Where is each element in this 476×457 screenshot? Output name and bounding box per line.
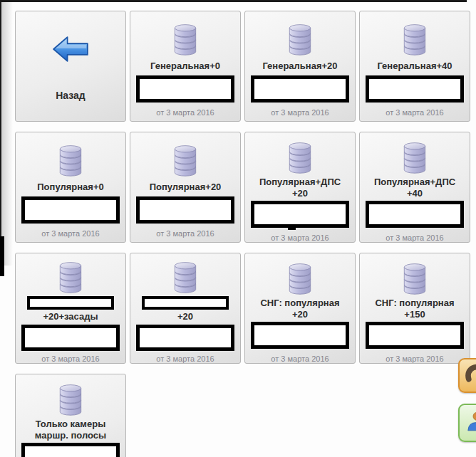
tile-date: от 3 марта 2016 xyxy=(156,229,214,238)
tile-label: Генеральная+20 xyxy=(262,61,337,72)
contact-button[interactable] xyxy=(458,404,476,442)
database-icon-svg xyxy=(398,21,431,56)
tile-label: +20 xyxy=(177,311,193,322)
tile-label: Популярная+20 xyxy=(150,182,222,193)
redaction-box xyxy=(251,75,349,103)
database-icon xyxy=(169,21,202,56)
db-tile[interactable]: СНГ: популярная+20от 3 марта 2016 xyxy=(244,253,356,364)
database-icon-svg xyxy=(54,142,87,177)
tile-date: от 3 марта 2016 xyxy=(271,108,328,117)
tile-date: от 3 марта 2016 xyxy=(271,233,328,242)
redaction-box xyxy=(21,325,120,351)
db-tile[interactable]: Популярная+ДПС+20от 3 марта 2016 xyxy=(244,132,356,243)
tile-label-line2: +150 xyxy=(404,309,425,320)
tile-label-wrap: Популярная+20 xyxy=(150,179,222,195)
database-icon xyxy=(284,21,316,56)
phone-button[interactable] xyxy=(458,358,476,393)
tile-label-line2: +40 xyxy=(407,188,423,199)
tile-label-wrap: +20+засады xyxy=(43,310,98,323)
tile-date: от 3 марта 2016 xyxy=(41,229,99,238)
redaction-strip xyxy=(142,296,229,310)
tile-date: от 3 марта 2016 xyxy=(386,354,443,363)
left-edge-shadow xyxy=(1,2,13,266)
tile-label: Популярная+0 xyxy=(37,182,103,193)
database-icon xyxy=(169,261,202,292)
database-icon xyxy=(54,261,87,292)
redaction-box xyxy=(136,325,234,351)
tile-date: от 3 марта 2016 xyxy=(386,233,443,242)
redaction-box xyxy=(21,443,120,457)
database-icon xyxy=(169,142,202,177)
db-tile[interactable]: Популярная+20от 3 марта 2016 xyxy=(130,132,241,243)
db-tile[interactable]: СНГ: популярная+150от 3 марта 2016 xyxy=(359,253,470,364)
tile-label-line2: +20 xyxy=(292,309,308,320)
redaction-box xyxy=(366,75,464,103)
back-arrow-icon-svg xyxy=(50,33,91,65)
tile-label-wrap: Популярная+ДПС+40 xyxy=(374,177,455,199)
db-tile[interactable]: Генеральная+0от 3 марта 2016 xyxy=(130,11,241,122)
database-icon xyxy=(54,382,87,416)
db-tile[interactable]: Генеральная+40от 3 марта 2016 xyxy=(359,11,470,122)
database-icon xyxy=(54,142,87,177)
tile-grid: Назад Генеральная+0от 3 марта 2016 xyxy=(15,11,470,457)
tile-label: СНГ: популярная xyxy=(375,298,454,309)
db-tile[interactable]: +20от 3 марта 2016 xyxy=(130,253,241,364)
database-icon-svg xyxy=(398,140,431,174)
redaction-box xyxy=(136,196,234,224)
tile-label-line2: маршр. полосы xyxy=(35,430,106,441)
database-icon xyxy=(398,140,431,174)
database-icon-svg xyxy=(169,259,202,293)
screen-edge-left xyxy=(0,0,1,238)
redaction-strip xyxy=(27,296,114,310)
redaction-box xyxy=(251,322,349,349)
tile-label: Назад xyxy=(56,90,86,101)
tile-label-wrap: СНГ: популярная+20 xyxy=(260,298,339,320)
tile-label: Генеральная+40 xyxy=(377,61,452,72)
tile-label: СНГ: популярная xyxy=(260,298,339,309)
redaction-box xyxy=(366,322,464,349)
redaction-box xyxy=(366,201,464,228)
database-icon xyxy=(284,140,316,174)
tile-label-wrap: Генеральная+20 xyxy=(262,58,337,74)
db-tile[interactable]: Популярная+ДПС+40от 3 марта 2016 xyxy=(359,132,470,243)
database-icon-svg xyxy=(284,21,316,56)
tile-label: +20+засады xyxy=(43,311,98,322)
tile-label-wrap: СНГ: популярная+150 xyxy=(375,298,454,320)
tile-label: Только камеры xyxy=(36,419,106,430)
tile-date: от 3 марта 2016 xyxy=(156,354,214,363)
screen-edge-top xyxy=(0,0,467,2)
database-icon-svg xyxy=(54,382,87,416)
database-icon-svg xyxy=(169,142,202,177)
redaction-box xyxy=(251,201,349,228)
tile-label: Генеральная+0 xyxy=(150,61,220,72)
back-tile[interactable]: Назад xyxy=(15,11,126,122)
database-icon xyxy=(398,261,431,295)
db-tile[interactable]: +20+засадыот 3 марта 2016 xyxy=(15,253,126,364)
db-tile[interactable]: Популярная+0от 3 марта 2016 xyxy=(15,132,126,243)
tile-label-wrap: Генеральная+40 xyxy=(377,58,452,74)
tile-date: от 3 марта 2016 xyxy=(41,354,99,363)
tile-label: Популярная+ДПС xyxy=(259,177,341,188)
back-arrow-icon xyxy=(50,33,91,65)
tile-label-line2: +20 xyxy=(292,188,308,199)
person-icon xyxy=(465,410,476,436)
db-tile[interactable]: Только камерымаршр. полосы xyxy=(15,374,126,457)
database-icon-svg xyxy=(398,261,431,295)
database-icon xyxy=(398,21,431,56)
tile-label-wrap: Популярная+ДПС+20 xyxy=(259,177,341,199)
database-icon-svg xyxy=(284,140,316,174)
redaction-artifact xyxy=(288,227,296,230)
redaction-box xyxy=(136,75,234,103)
app-screen: Назад Генеральная+0от 3 марта 2016 xyxy=(0,0,476,457)
tile-label: Популярная+ДПС xyxy=(374,177,455,188)
phone-handset-icon xyxy=(464,362,476,389)
database-icon-svg xyxy=(54,259,87,293)
tile-label-wrap: Популярная+0 xyxy=(37,179,103,195)
database-icon-svg xyxy=(284,261,316,295)
db-tile[interactable]: Генеральная+20от 3 марта 2016 xyxy=(244,11,356,122)
tile-date: от 3 марта 2016 xyxy=(156,108,214,117)
tile-date: от 3 марта 2016 xyxy=(271,354,328,363)
tile-date: от 3 марта 2016 xyxy=(386,108,443,117)
screen-edge-left-bar xyxy=(0,236,4,276)
database-icon-svg xyxy=(169,21,202,56)
